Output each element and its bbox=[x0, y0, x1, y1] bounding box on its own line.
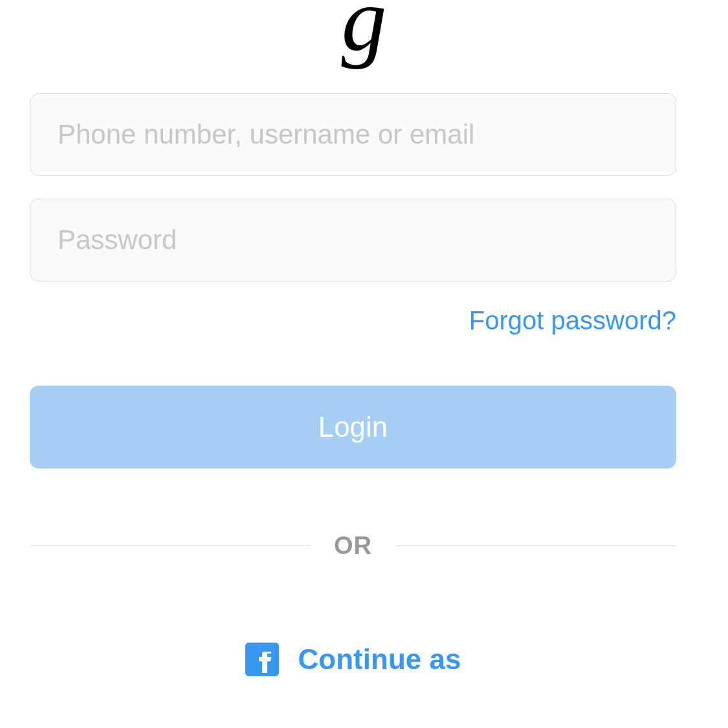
password-input[interactable] bbox=[30, 199, 676, 281]
username-input[interactable] bbox=[30, 93, 676, 176]
divider-line-left bbox=[30, 546, 311, 547]
forgot-password-link[interactable]: Forgot password? bbox=[469, 306, 676, 335]
login-form: Forgot password? Login OR Continue as bbox=[30, 93, 676, 676]
divider-line-right bbox=[395, 546, 676, 547]
divider-label: OR bbox=[334, 532, 372, 560]
continue-with-facebook-button[interactable]: Continue as bbox=[30, 643, 676, 676]
login-button[interactable]: Login bbox=[30, 386, 676, 469]
app-logo-fragment: g bbox=[342, 0, 387, 65]
facebook-icon bbox=[245, 643, 279, 676]
divider: OR bbox=[30, 532, 676, 560]
facebook-continue-label: Continue as bbox=[298, 643, 461, 676]
